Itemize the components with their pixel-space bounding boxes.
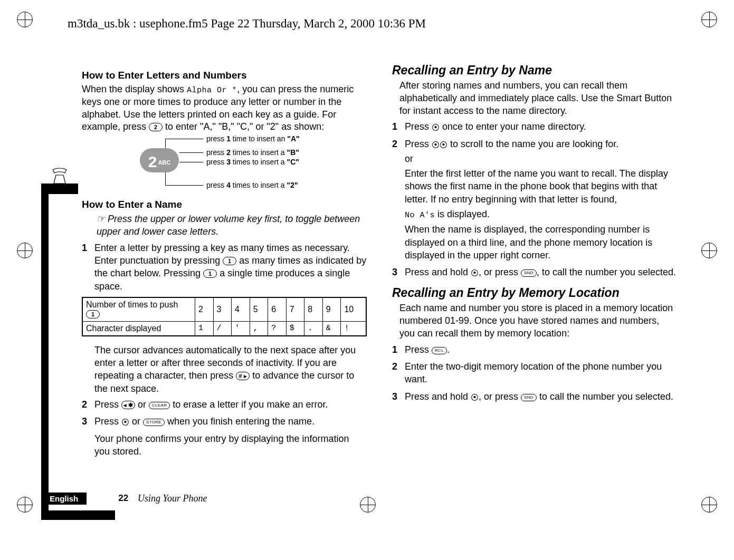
key-snd-icon: SND: [521, 394, 537, 401]
heading-recall-location: Recalling an Entry by Memory Location: [392, 286, 677, 300]
or-text: or: [405, 152, 677, 165]
step-2: 2 Press ⦿⦿ to scroll to the name you are…: [392, 138, 677, 262]
paragraph-cursor: The cursor advances automatically to the…: [94, 344, 367, 395]
step-3: 3 Press and hold ⦿, or press SND to call…: [392, 390, 677, 403]
heading-recall-name: Recalling an Entry by Name: [392, 63, 677, 78]
key-illustration: 2ABC press 1 time to insert an "A" press…: [140, 139, 367, 191]
page-number: 22: [118, 493, 128, 504]
page-header: m3tda_us.bk : usephone.fm5 Page 22 Thurs…: [68, 17, 426, 31]
smart-button-icon: ⦿: [471, 392, 479, 403]
key-2-icon: 2: [149, 123, 163, 131]
key-1-icon: 1: [223, 257, 236, 265]
key-rcl-icon: RCL: [432, 347, 447, 354]
section-title: Using Your Phone: [138, 493, 207, 504]
step-2: 2 Press ◂ ✱ or CLEAR to erase a letter i…: [82, 398, 367, 411]
heading-enter-name: How to Enter a Name: [82, 199, 367, 210]
smart-button-icon: ⦿: [121, 417, 129, 428]
smart-button-icon: ⦿: [440, 140, 447, 150]
pointing-hand-icon: ☞: [97, 213, 105, 225]
language-badge: English: [41, 493, 87, 505]
step-1: 1 Press RCL.: [392, 343, 677, 356]
crop-mark: [701, 243, 717, 258]
paragraph-no-entry: No A's is displayed.: [405, 208, 677, 221]
key-clear-icon: CLEAR: [149, 402, 170, 409]
paragraph-name-displayed: When the name is displayed, the correspo…: [405, 223, 677, 262]
paragraph-confirm: Your phone confirms your entry by displa…: [94, 432, 367, 458]
crop-mark: [701, 12, 717, 27]
step-2: 2 Enter the two-digit memory location of…: [392, 360, 677, 386]
crop-mark: [17, 497, 33, 513]
paragraph-recall-name: After storing names and numbers, you can…: [399, 80, 677, 117]
table-row: Number of times to push 1 2 3 4 5 6 7 8 …: [82, 297, 366, 322]
key-1-icon: 1: [86, 310, 100, 318]
paragraph-first-letter: Enter the first letter of the name you w…: [405, 167, 677, 206]
step-3: 3 Press ⦿ or STORE when you finish enter…: [82, 415, 367, 428]
phone-icon: [51, 168, 69, 186]
key-store-icon: STORE: [143, 419, 165, 426]
crop-mark: [701, 497, 717, 513]
crop-mark: [17, 243, 33, 258]
smart-button-icon: ⦿: [471, 268, 479, 278]
key-1-icon: 1: [203, 269, 217, 278]
table-row: Character displayed 1 / ' , ? $ . & !: [82, 321, 366, 336]
note-enter-name: ☞ Press the upper or lower volume key fi…: [97, 213, 367, 238]
step-1: 1 Enter a letter by pressing a key as ma…: [82, 242, 367, 293]
paragraph-recall-location: Each name and number you store is placed…: [399, 302, 677, 340]
crop-mark: [360, 497, 376, 513]
key-bubble-icon: 2ABC: [140, 148, 179, 172]
step-1: 1 Press ⦿ once to enter your name direct…: [392, 120, 677, 133]
key-snd-icon: SND: [521, 269, 537, 277]
smart-button-icon: ⦿: [432, 122, 440, 133]
key-back-icon: ◂ ✱: [121, 401, 135, 409]
character-table: Number of times to push 1 2 3 4 5 6 7 8 …: [82, 297, 367, 336]
page-footer: English 22 Using Your Phone: [41, 492, 207, 505]
step-3: 3 Press and hold ⦿, or press SND, to cal…: [392, 266, 677, 278]
lcd-text: No A's: [405, 211, 435, 220]
crop-mark: [17, 12, 33, 27]
paragraph-enter-letters: When the display shows Alpha Or *, you c…: [82, 83, 367, 133]
key-hash-icon: # ▸: [236, 372, 250, 380]
smart-button-icon: ⦿: [432, 140, 440, 150]
lcd-text: Alpha Or *: [187, 86, 237, 95]
heading-enter-letters: How to Enter Letters and Numbers: [82, 70, 367, 81]
